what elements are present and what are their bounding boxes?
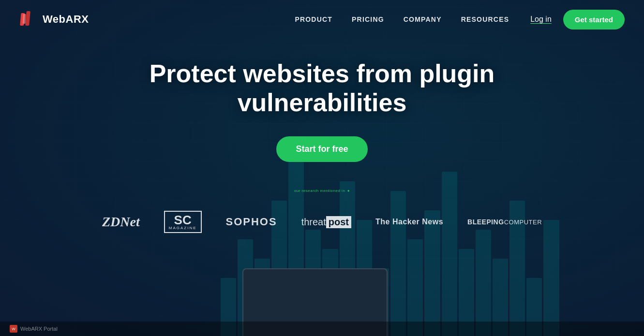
get-started-button[interactable]: Get started xyxy=(563,10,625,29)
hero-title: Protect websites from plugin vulnerabili… xyxy=(105,59,540,117)
nav-link-resources[interactable]: RESOURCES xyxy=(461,15,509,23)
webarx-small-icon: W xyxy=(10,325,17,333)
sc-magazine-logo: SC MAGAZINE xyxy=(164,211,202,233)
bleeping-computer-logo: BLEEPINGCOMPUTER xyxy=(467,218,542,226)
login-button[interactable]: Log in xyxy=(528,11,554,28)
logo-link[interactable]: WebARX xyxy=(19,10,89,29)
nav-link-pricing[interactable]: PRICING xyxy=(352,15,384,23)
nav-item-company[interactable]: COMPANY xyxy=(404,15,442,24)
hacker-news-logo: The Hacker News xyxy=(375,218,443,226)
nav-item-pricing[interactable]: PRICING xyxy=(352,15,384,24)
bottom-label: W WebARX Portal xyxy=(10,325,58,333)
nav-actions: Log in Get started xyxy=(528,10,625,29)
hero-section: Protect websites from plugin vulnerabili… xyxy=(0,0,644,336)
bottom-label-text: WebARX Portal xyxy=(20,326,58,332)
bottom-bar: W WebARX Portal xyxy=(0,321,644,336)
nav-item-resources[interactable]: RESOURCES xyxy=(461,15,509,24)
threatpost-logo: threatpost xyxy=(301,216,351,228)
svg-rect-1 xyxy=(25,11,30,26)
research-dot: ● xyxy=(347,189,350,193)
start-for-free-button[interactable]: Start for free xyxy=(276,136,367,162)
media-logos-container: ZDNet SC MAGAZINE SOPHOS threatpost The … xyxy=(102,211,542,233)
research-mention-text: our research mentioned in ● xyxy=(294,186,350,194)
svg-rect-2 xyxy=(23,14,26,24)
nav-links: PRODUCT PRICING COMPANY RESOURCES xyxy=(295,15,509,24)
research-text-label: our research mentioned in xyxy=(294,189,345,193)
nav-item-product[interactable]: PRODUCT xyxy=(295,15,332,24)
nav-link-product[interactable]: PRODUCT xyxy=(295,15,332,23)
navbar: WebARX PRODUCT PRICING COMPANY RESOURCES… xyxy=(0,0,644,39)
nav-link-company[interactable]: COMPANY xyxy=(404,15,442,23)
zdnet-logo: ZDNet xyxy=(102,214,140,230)
sophos-logo: SOPHOS xyxy=(226,216,277,228)
logo-icon xyxy=(19,10,38,29)
logo-text: WebARX xyxy=(43,13,89,26)
